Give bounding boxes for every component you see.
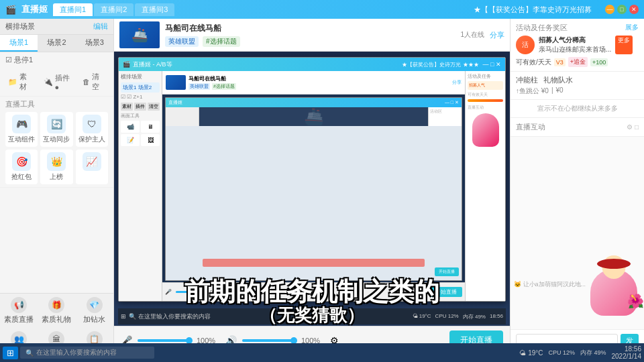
deep-nested-controls: — □ ✕ [445,100,459,105]
notice-text: ★【【获奖公告】李靠史诗万光招募 [474,5,592,15]
speaker-slider[interactable] [242,339,296,342]
nested-activity-title: 活动及任务 [468,73,503,80]
title-tab-1[interactable]: 直播间1 [53,3,93,16]
tool-icon-2: 🔄 [47,115,66,133]
time-display: 18:56 [612,345,642,353]
activity-more-link[interactable]: 展多 [625,23,639,33]
overlay-message: 前期的任务机制之类的 （无奖猜歌） [114,278,510,325]
tool-item-ranking[interactable]: 👑 上榜 [40,149,72,184]
plugin-btn[interactable]: 🔌 插件● [41,72,75,93]
char-flower: 🌺 [627,293,644,309]
diamond-icon: 💎 [87,297,103,313]
nested-char [472,113,499,147]
preview-background: 🎬 直播姬 - A/B等 ★【获奖公告】史诗万光 ★★★ — □ ✕ 横排场景 … [114,52,510,362]
date-display: 2022/1/14 [612,353,642,360]
activity-badge[interactable]: 更多 [615,36,633,54]
task-values-row: ↑鱼跳公 ¥0 | ¥0 [516,86,639,96]
window-controls: — □ ✕ [605,5,639,14]
close-button[interactable]: ✕ [629,5,639,14]
mic-fill [138,339,191,342]
cpu-usage: CPU 12% [548,349,575,356]
scene-source-label: ☑ 悬停1 [0,52,113,68]
title-tab-3[interactable]: 直播间3 [135,3,174,16]
tool-icon-4: 🎯 [12,152,31,171]
material-toggle-area: 📁 素材 🔌 插件● 🗑 清空 [0,68,113,97]
mic-thumb[interactable] [186,337,193,344]
viewer-count: 1人在线 [460,30,484,40]
nested-material: 素材 [121,103,133,111]
tag-topic[interactable]: #选择话题 [203,36,240,47]
tool-item-stats[interactable]: 📈 [76,149,108,184]
app-title: 直播姬 [21,3,48,15]
nested-tool-2: 🖥 [141,121,160,133]
interact-settings-icon[interactable]: ⚙ □ [627,123,639,131]
tag-hero[interactable]: 英雄联盟 [165,36,199,47]
clear-btn[interactable]: 🗑 清空 [80,70,108,93]
scene-tab-1[interactable]: 场景1 [0,35,38,52]
task-val-1: ↑鱼跳公 ¥0 [516,86,549,96]
scene-tabs: 场景1 场景2 场景3 [0,35,113,52]
tool-item-protect[interactable]: 🛡 保护主人 [76,112,108,147]
activity-section: 活动及任务奖区 展多 活 招募人气分稀高 亲马山迩殊邮宾来首场... 更多 可有… [511,19,644,72]
nested-live-tools: 画面工具 [121,113,160,119]
scene-tab-2[interactable]: 场景2 [38,35,75,52]
clear-label: 清空 [92,72,105,92]
live-tools-section: 直播工具 🎮 互动组件 🔄 互动同步 🛡 保护主人 🎯 抢红包 [0,97,113,188]
speaker-thumb[interactable] [290,337,297,344]
nested-stream-info: 马船司在线马船 英雄联盟 #选择话题 [189,75,449,90]
clock: 18:56 2022/1/14 [612,345,642,360]
nested-tag-2: #选择话题 [212,83,236,90]
nested-clear: 清空 [148,103,160,111]
interact-content-area: 🌺 🐱 让小a加萌猫阿汉此地... [511,137,644,329]
search-bar[interactable]: 🔍 在这里输入你要搜索的内容 [20,347,154,359]
stream-info: 马船司在线马船 英雄联盟 #选择话题 [165,23,455,47]
tool-label-5: 上榜 [50,172,63,182]
tool-icon-6: 📈 [83,152,101,171]
nested-app-icon: 🎬 [123,61,130,68]
tools-grid: 🎮 互动组件 🔄 互动同步 🛡 保护主人 🎯 抢红包 👑 上榜 [5,112,108,184]
material-btn[interactable]: 📁 素材 [5,70,36,93]
edit-label[interactable]: 编辑 [93,21,108,32]
tool-item-sync[interactable]: 🔄 互动同步 [40,112,72,147]
nested-interact-title: 直播互动 [468,105,503,111]
nested-stream-tags: 英雄联盟 #选择话题 [189,83,449,90]
tool-item-interaction[interactable]: 🎮 互动组件 [5,112,38,147]
tool-label-4: 抢红包 [11,172,32,182]
tool-label-1: 互动组件 [8,135,35,144]
tool-label-3: 保护主人 [78,135,105,144]
task-title: 冲能柱 [516,75,538,85]
interact-title-text: 直播互动 [516,122,545,132]
mic-slider[interactable] [138,339,191,342]
nested-scene-tabs: 场景1 场景2 [121,82,160,93]
minimize-button[interactable]: — [605,5,614,14]
nested-pop-bar [468,99,503,102]
activity-item-content: 招募人气分稀高 亲马山迩殊邮宾来首场... [539,36,611,54]
nested-plugin: 插件 [134,103,146,111]
material-label: 素材 [19,72,33,92]
deep-nested-sidebar [166,107,199,126]
nested-scene-list: ☑ ☑ Z+1 [121,94,160,100]
nested-tool-1: 📹 [121,121,140,133]
tool-item-redpack[interactable]: 🎯 抢红包 [5,149,38,184]
tool-label-2: 互动同步 [43,135,70,144]
scene-tab-3[interactable]: 场景3 [76,35,113,52]
maximize-button[interactable]: □ [617,5,627,14]
bottom-tab-diamond[interactable]: 💎 加钻水 [76,294,113,328]
left-sidebar: 横排场景 编辑 场景1 场景2 场景3 ☑ 悬停1 📁 素材 🔌 插件● 🗑 清… [0,19,114,362]
share-btn[interactable]: 分享 [490,30,504,40]
bottom-tab-gift[interactable]: 🎁 素质礼物 [38,294,75,328]
taskbar-right-area: 🌤 19°C CPU 12% 内存 49% 18:56 2022/1/14 [519,345,641,360]
live-interact-section: 直播互动 ⚙ □ 🌺 🐱 让小a加萌猫阿汉此 [511,118,644,362]
chat-placeholder: 🐱 让小a加萌猫阿汉此地... [514,280,586,289]
bottom-tab-broadcast[interactable]: 📢 素质直播 [0,294,38,328]
activity-item-subtitle: 亲马山迩殊邮宾来首场... [539,45,611,54]
mem-usage: 内存 49% [580,349,606,357]
stream-title-bar: 🚢 马船司在线马船 英雄联盟 #选择话题 1人在线 分享 [114,19,510,52]
deep-nested-app-name: 直播姬 [168,99,182,106]
gift-icon: 🎁 [48,297,64,313]
broadcast-icon: 📢 [11,297,27,313]
task-section: 冲能柱 礼物队水 ↑鱼跳公 ¥0 | ¥0 [511,72,644,100]
preview-area: 🎬 直播姬 - A/B等 ★【获奖公告】史诗万光 ★★★ — □ ✕ 横排场景 … [114,52,510,362]
title-tab-2[interactable]: 直播间2 [94,3,133,16]
start-button[interactable]: ⊞ [3,347,18,359]
